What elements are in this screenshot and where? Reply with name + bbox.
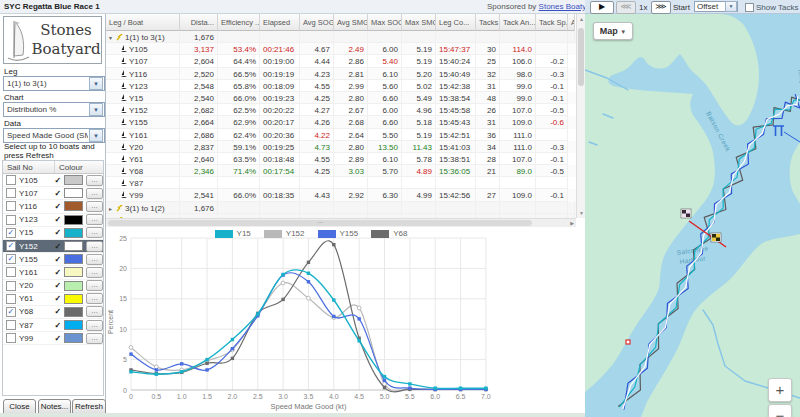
colour-more-button[interactable]: …: [86, 267, 103, 278]
table-header-cell[interactable]: Tack An...: [500, 14, 536, 31]
table-row[interactable]: Y152,54066.0%00:19:234.252.806.605.4915:…: [106, 92, 585, 104]
table-row[interactable]: Y87: [106, 177, 585, 189]
boat-row[interactable]: Y161✓…: [3, 266, 103, 279]
colour-swatch[interactable]: [64, 254, 83, 264]
boat-checkbox[interactable]: [6, 294, 16, 304]
boat-row[interactable]: Y116✓…: [3, 200, 103, 213]
table-header-cell[interactable]: Dista...: [180, 14, 218, 31]
table-header-cell[interactable]: Elapsed: [260, 14, 300, 31]
colour-more-button[interactable]: …: [86, 201, 103, 212]
map[interactable]: Batson CreekKingsbridge EstuarySalcombeH…: [585, 14, 800, 417]
table-header-cell[interactable]: Efficiency ...: [218, 14, 260, 31]
colour-more-button[interactable]: …: [86, 306, 103, 317]
colour-swatch[interactable]: [64, 267, 83, 277]
boat-row[interactable]: Y20✓…: [3, 280, 103, 293]
chart-select[interactable]: Distribution % ▼: [3, 102, 105, 117]
colour-swatch[interactable]: [64, 228, 83, 238]
table-row[interactable]: Y1162,52066.5%00:19:194.232.816.105.2015…: [106, 68, 585, 80]
table-row[interactable]: Y1232,54865.8%00:18:094.552.995.605.0215…: [106, 80, 585, 92]
expand-icon[interactable]: ▸: [109, 205, 116, 212]
colour-swatch[interactable]: [64, 201, 83, 211]
boat-checkbox[interactable]: [6, 188, 16, 198]
leg-select[interactable]: 1(1) to 3(1) ▼: [3, 76, 105, 91]
colour-more-button[interactable]: …: [86, 241, 103, 252]
boat-row[interactable]: Y87✓…: [3, 319, 103, 332]
boat-checkbox[interactable]: [6, 215, 16, 225]
table-header-cell[interactable]: Avg SMG: [334, 14, 368, 31]
colour-swatch[interactable]: [64, 281, 83, 291]
collapse-icon[interactable]: ▾: [109, 34, 116, 41]
vertical-scrollbar-thumb[interactable]: [578, 28, 584, 86]
colour-more-button[interactable]: …: [86, 188, 103, 199]
boat-row[interactable]: ✓Y155✓…: [3, 253, 103, 266]
table-header-cell[interactable]: Avg SOG: [300, 14, 334, 31]
table-header-cell[interactable]: Tack Sp...: [536, 14, 568, 31]
colour-more-button[interactable]: …: [86, 333, 103, 344]
legend-item[interactable]: Y152: [264, 229, 305, 238]
table-row[interactable]: Y1612,68662.4%00:20:364.222.645.505.1915…: [106, 129, 585, 141]
boat-checkbox[interactable]: ✓: [6, 241, 16, 251]
boat-row[interactable]: Y123✓…: [3, 214, 103, 227]
zoom-in-button[interactable]: +: [768, 378, 792, 402]
horizontal-scrollbar-thumb[interactable]: ⋯: [108, 220, 532, 226]
colour-swatch[interactable]: [64, 307, 83, 317]
table-row[interactable]: Y1072,60464.4%00:19:004.442.865.405.1915…: [106, 55, 585, 67]
map-canvas[interactable]: Batson CreekKingsbridge EstuarySalcombeH…: [585, 14, 800, 417]
play-button[interactable]: ▶: [590, 1, 614, 14]
boat-checkbox[interactable]: ✓: [6, 254, 16, 264]
boat-checkbox[interactable]: [6, 175, 16, 185]
table-header-cell[interactable]: Leg Co...: [436, 14, 476, 31]
boat-row[interactable]: ✓Y15✓…: [3, 227, 103, 240]
boat-row[interactable]: Y105✓…: [3, 174, 103, 187]
boat-row[interactable]: ✓Y68✓…: [3, 306, 103, 319]
start-mode-select[interactable]: Offset ▼: [694, 1, 738, 12]
chevron-down-icon[interactable]: ▼: [89, 129, 103, 142]
boat-checkbox[interactable]: [6, 281, 16, 291]
zoom-out-button[interactable]: −: [768, 404, 792, 417]
table-row[interactable]: Y1522,68262.5%00:20:224.272.676.004.9615…: [106, 104, 585, 116]
colour-more-button[interactable]: …: [86, 175, 103, 186]
table-row[interactable]: Y612,64063.5%00:18:484.552.896.105.7815:…: [106, 153, 585, 165]
colour-swatch[interactable]: [64, 294, 83, 304]
vertical-scrollbar[interactable]: ▲ ▼: [576, 14, 585, 218]
table-row[interactable]: Y682,34671.4%00:17:544.253.035.704.8915:…: [106, 165, 585, 177]
fast-forward-button[interactable]: ⋙: [651, 1, 671, 14]
leg-group-row[interactable]: ▾1(1) to 3(1)1,676: [106, 31, 585, 43]
boat-checkbox[interactable]: [6, 267, 16, 277]
table-row[interactable]: Y1053,13753.4%00:21:464.672.496.005.1915…: [106, 43, 585, 55]
legend-item[interactable]: Y155: [318, 229, 359, 238]
chevron-down-icon[interactable]: ▼: [89, 77, 103, 90]
boat-checkbox[interactable]: ✓: [6, 307, 16, 317]
colour-more-button[interactable]: …: [86, 254, 103, 265]
table-header-cell[interactable]: Max SMG: [402, 14, 436, 31]
horizontal-scrollbar[interactable]: ⋯ ▶: [106, 218, 576, 227]
boat-row[interactable]: Y61✓…: [3, 293, 103, 306]
table-header-cell[interactable]: Tacks: [476, 14, 500, 31]
legend-item[interactable]: Y68: [371, 229, 407, 238]
boat-checkbox[interactable]: ✓: [6, 228, 16, 238]
show-tacks-checkbox[interactable]: [745, 3, 754, 12]
leg-group-row[interactable]: ▸3(1) to 1(2)1,676: [106, 202, 585, 214]
table-row[interactable]: Y1552,66462.9%00:20:174.262.686.605.1815…: [106, 116, 585, 128]
colour-swatch[interactable]: [64, 333, 83, 343]
chevron-down-icon[interactable]: ▼: [89, 103, 103, 116]
table-header-cell[interactable]: Leg / Boat: [106, 14, 180, 31]
table-row[interactable]: Y202,83759.1%00:19:254.732.8013.5011.431…: [106, 141, 585, 153]
boat-row[interactable]: Y99✓…: [3, 332, 103, 345]
table-header-cell[interactable]: Avg: [568, 14, 575, 31]
table-header-cell[interactable]: Max SOG: [368, 14, 402, 31]
colour-swatch[interactable]: [64, 215, 83, 225]
colour-swatch[interactable]: [64, 320, 83, 330]
colour-more-button[interactable]: …: [86, 293, 103, 304]
boat-checkbox[interactable]: [6, 320, 16, 330]
colour-more-button[interactable]: …: [86, 320, 103, 331]
boat-checkbox[interactable]: [6, 201, 16, 211]
colour-swatch[interactable]: [64, 188, 83, 198]
colour-swatch[interactable]: [64, 241, 83, 251]
map-layer-button[interactable]: Map ▼: [593, 22, 633, 40]
boat-checkbox[interactable]: [6, 333, 16, 343]
data-select[interactable]: Speed Made Good (SMG) ▼: [3, 128, 105, 143]
table-row[interactable]: Y992,54166.0%00:18:354.432.926.304.9915:…: [106, 189, 585, 201]
rewind-button[interactable]: ⋘: [616, 1, 636, 14]
colour-more-button[interactable]: …: [86, 227, 103, 238]
